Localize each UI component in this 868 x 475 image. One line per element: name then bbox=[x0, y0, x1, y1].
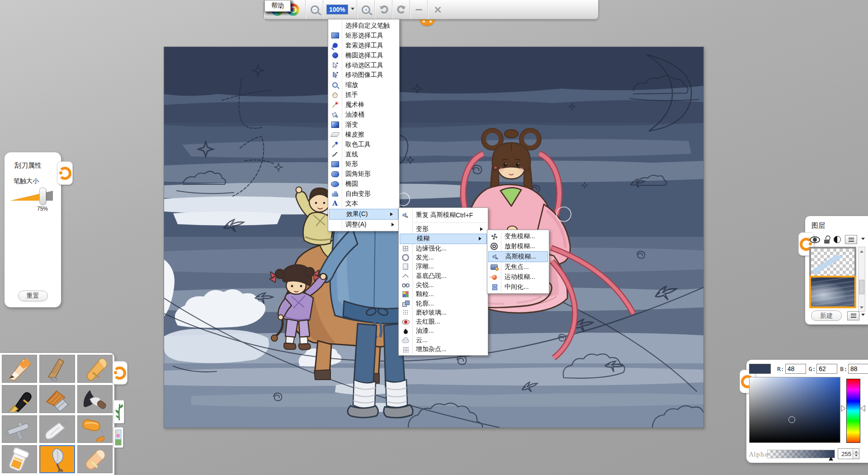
red-eye-icon bbox=[399, 317, 412, 326]
close-button[interactable] bbox=[428, 0, 448, 19]
layers-scrollbar[interactable] bbox=[858, 247, 865, 312]
redo-button[interactable] bbox=[392, 0, 410, 19]
zoom-in-button[interactable]: + bbox=[357, 0, 375, 19]
effects-menu-item[interactable]: 云... bbox=[399, 336, 488, 345]
unlock-icon[interactable] bbox=[824, 240, 830, 244]
layer-item-stroke[interactable] bbox=[809, 247, 856, 276]
zoom-out-button[interactable]: − bbox=[306, 0, 323, 19]
blur-menu-item[interactable]: 中间化... bbox=[487, 282, 549, 292]
chevron-down-icon[interactable] bbox=[861, 238, 865, 242]
layers-menu-button[interactable] bbox=[847, 311, 859, 320]
blur-menu-item[interactable]: 放射模糊... bbox=[487, 241, 549, 251]
effects-menu-item[interactable]: 轮廓... bbox=[399, 299, 488, 308]
paint-bucket-icon bbox=[328, 110, 342, 120]
blur-menu-item[interactable]: 无焦点... bbox=[487, 262, 549, 272]
alpha-up-button[interactable] bbox=[853, 449, 859, 454]
alpha-value-spinner[interactable]: 255 bbox=[838, 448, 859, 459]
effects-menu-item[interactable]: 基底凸现... bbox=[399, 271, 488, 280]
hue-strip[interactable] bbox=[846, 379, 860, 443]
new-layer-button[interactable]: 新建 bbox=[811, 310, 842, 321]
tools-menu-item[interactable]: 取色工具 bbox=[328, 140, 399, 150]
blur-menu-item-gaussian[interactable]: 高斯模糊... bbox=[488, 251, 548, 262]
tools-menu-item[interactable]: 魔术棒 bbox=[328, 100, 399, 110]
tools-menu-item[interactable]: 油漆桶 bbox=[328, 110, 399, 120]
palette-tool-pencil[interactable] bbox=[2, 355, 37, 383]
zoom-dropdown-caret[interactable] bbox=[351, 8, 354, 12]
palette-tool-palette-knife[interactable] bbox=[39, 415, 75, 443]
tools-menu-item[interactable]: 缩放 bbox=[328, 80, 399, 90]
palette-tool-ink-brush[interactable] bbox=[77, 385, 113, 413]
tools-menu-item[interactable]: 圆角矩形 bbox=[328, 169, 399, 179]
panel-grip[interactable] bbox=[112, 361, 127, 385]
effects-menu-item[interactable]: 边缘强化... bbox=[399, 244, 488, 253]
chevron-down-icon[interactable] bbox=[861, 314, 865, 318]
blend-contrast-icon[interactable] bbox=[834, 236, 841, 243]
tools-menu-item[interactable]: 矩形 bbox=[328, 159, 399, 169]
layer-options-button[interactable] bbox=[845, 235, 857, 244]
effects-menu-item[interactable]: 浮雕... bbox=[399, 262, 488, 271]
effects-menu-item[interactable]: 发光... bbox=[399, 253, 488, 262]
tools-menu-item[interactable]: 椭圆选择工具 bbox=[328, 51, 399, 61]
palette-tool-wax-crayon[interactable] bbox=[77, 445, 113, 473]
tools-menu-item[interactable]: A文本 bbox=[328, 199, 399, 209]
minimize-button[interactable] bbox=[410, 0, 428, 19]
palette-tool-airbrush[interactable] bbox=[2, 415, 37, 443]
zoom-level-field[interactable]: 100% bbox=[323, 0, 357, 19]
tools-menu-item-effects[interactable]: 效果(C) bbox=[329, 209, 398, 220]
saturation-value-square[interactable] bbox=[749, 377, 840, 443]
palette-tool-wood-pen[interactable] bbox=[39, 355, 75, 383]
color-marker-circle[interactable] bbox=[788, 416, 795, 423]
tools-menu-item[interactable]: 移动选区工具 bbox=[328, 61, 399, 71]
b-value-input[interactable] bbox=[848, 364, 868, 374]
hue-arrow-right[interactable] bbox=[860, 405, 865, 412]
effects-menu-item[interactable]: 尖锐... bbox=[399, 281, 488, 290]
tools-menu-item[interactable]: 移动图像工具 bbox=[328, 70, 399, 80]
slider-handle[interactable] bbox=[39, 188, 46, 205]
r-value-input[interactable] bbox=[785, 364, 806, 374]
undo-button[interactable] bbox=[375, 0, 392, 19]
alpha-down-button[interactable] bbox=[853, 454, 859, 459]
menu-help[interactable]: 帮助 bbox=[264, 0, 291, 12]
reset-button[interactable]: 重置 bbox=[18, 291, 48, 301]
zoom-level-value[interactable]: 100% bbox=[326, 5, 348, 14]
line-icon bbox=[328, 150, 342, 160]
palette-tool-paint-roller[interactable] bbox=[77, 415, 113, 443]
orange-dot-icon bbox=[114, 371, 117, 374]
effects-menu-item-blur[interactable]: 模糊 bbox=[400, 234, 487, 244]
effects-menu-item[interactable]: 油漆... bbox=[399, 326, 488, 335]
bamboo-stamp-button[interactable] bbox=[113, 400, 124, 423]
tools-menu-item-adjust[interactable]: 调整(A) bbox=[328, 220, 399, 230]
effects-menu-item-repeat[interactable]: 重复 高斯模糊 Ctrl+F bbox=[399, 209, 488, 221]
blur-menu-item[interactable]: 变焦模糊... bbox=[487, 231, 549, 241]
effects-menu-item[interactable]: 颗粒... bbox=[399, 290, 488, 299]
palette-tool-scraper-knife-selected[interactable] bbox=[39, 445, 75, 473]
tools-menu-item[interactable]: 渐变 bbox=[328, 120, 399, 130]
blur-menu-item[interactable]: 运动模糊... bbox=[487, 272, 549, 282]
palette-tool-fountain-pen[interactable] bbox=[2, 385, 37, 413]
hue-arrow-left[interactable] bbox=[841, 405, 846, 412]
palette-tool-paint-brush[interactable] bbox=[39, 385, 75, 413]
tools-menu-item[interactable]: 选择自定义笔触 bbox=[328, 21, 399, 31]
g-value-input[interactable] bbox=[816, 364, 837, 374]
scrollbar-thumb[interactable] bbox=[859, 280, 864, 294]
palette-tool-paint-jar[interactable] bbox=[2, 445, 37, 473]
scroll-up-button[interactable] bbox=[859, 247, 865, 254]
alpha-marker-icon[interactable] bbox=[829, 455, 833, 461]
effects-menu-item-transform[interactable]: 变形 bbox=[399, 225, 488, 234]
sticker-picture-button[interactable] bbox=[113, 427, 123, 448]
effects-menu-item[interactable]: 磨砂玻璃... bbox=[399, 308, 488, 317]
tools-menu-item[interactable]: 抓手 bbox=[328, 90, 399, 100]
tools-menu-item[interactable]: 自由变形 bbox=[328, 189, 399, 199]
brush-size-slider[interactable] bbox=[10, 191, 53, 201]
palette-tool-crayon[interactable] bbox=[77, 355, 113, 383]
effects-menu-item[interactable]: 去红眼... bbox=[399, 317, 488, 326]
alpha-slider[interactable] bbox=[767, 450, 835, 458]
tools-menu-item[interactable]: 椭圆 bbox=[328, 179, 399, 189]
layer-item-sky-selected[interactable] bbox=[809, 276, 856, 308]
tools-menu-item[interactable]: 橡皮擦 bbox=[328, 130, 399, 140]
effects-menu-item[interactable]: 增加杂点... bbox=[399, 345, 488, 354]
tools-menu-item[interactable]: 套索选择工具 bbox=[328, 41, 399, 51]
tools-menu-item[interactable]: 矩形选择工具 bbox=[328, 31, 399, 41]
visibility-eye-icon[interactable] bbox=[810, 236, 820, 243]
tools-menu-item[interactable]: 直线 bbox=[328, 150, 399, 160]
